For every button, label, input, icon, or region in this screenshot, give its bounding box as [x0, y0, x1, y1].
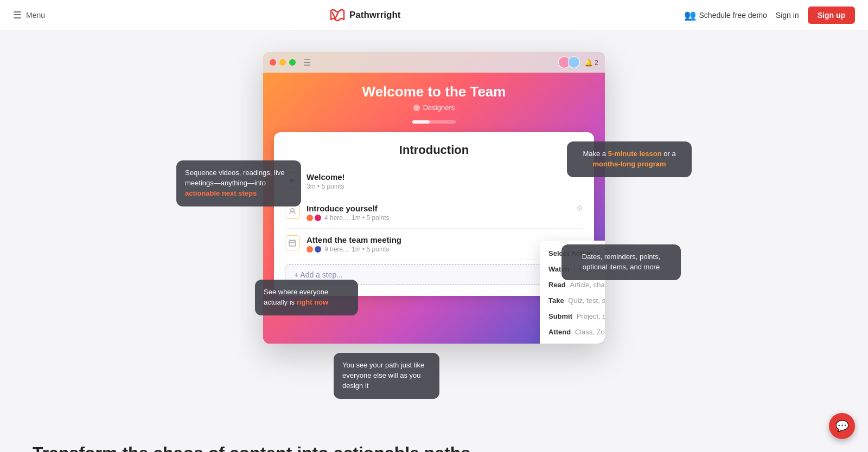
avatar-2: [568, 56, 580, 68]
logo[interactable]: Pathwrright: [327, 7, 403, 24]
step-avatar-orange: [307, 215, 313, 221]
dropdown-item-take[interactable]: Take Quiz, test, survey: [540, 293, 605, 308]
course-subtitle-text: Designers: [423, 104, 455, 112]
dot-red: [270, 59, 276, 66]
hero-section: Sequence videos, readings, live meetings…: [0, 30, 868, 421]
callout-seeyour-text: You see your path just like everyone els…: [342, 361, 424, 390]
step-avatar-attend-orange: [307, 246, 313, 253]
callout-seehere: See where everyone actually is right now: [255, 280, 358, 315]
notification-count: 2: [595, 59, 598, 67]
progress-bar: [412, 120, 456, 124]
callout-seeyour: You see your path just like everyone els…: [334, 353, 439, 399]
callout-5min: Make a 5-minute lesson or a months-long …: [567, 141, 692, 177]
progress-bar-area: [274, 120, 594, 124]
callout-seehere-accent: right now: [297, 298, 329, 306]
step-info-welcome: Welcome! 3m • 5 points: [307, 172, 583, 190]
add-step-label: + Add a step...: [294, 270, 343, 279]
demo-label: Schedule free demo: [699, 11, 767, 20]
step-title-introduce: Introduce yourself: [307, 204, 570, 213]
course-card: Introduction ▶ Welcome! 3m • 5 points: [274, 132, 594, 296]
step-icon-attend: [285, 235, 300, 250]
hamburger-icon: ☰: [13, 9, 22, 21]
dot-yellow: [279, 59, 286, 66]
step-avatars-count-attend: 9 here...: [324, 246, 348, 253]
subtitle-dot: [413, 105, 420, 111]
chat-button[interactable]: 💬: [829, 413, 855, 439]
callout-sequence: Sequence videos, readings, live meetings…: [176, 160, 301, 206]
step-avatar-pink: [315, 215, 321, 221]
step-avatar-attend-blue: [315, 246, 321, 253]
card-title: Introduction: [285, 143, 583, 157]
step-info-introduce: Introduce yourself 4 here... 1m • 5 poin…: [307, 204, 570, 222]
callout-dates-text: Dates, reminders, points, optional items…: [582, 253, 661, 271]
step-avatars-count-introduce: 4 here...: [324, 214, 348, 222]
course-subtitle: Designers: [274, 104, 594, 112]
callout-sequence-text: Sequence videos, readings, live meetings…: [185, 169, 285, 187]
callout-sequence-accent: actionable next steps: [185, 189, 257, 197]
menu-button[interactable]: ☰ Menu: [13, 9, 45, 21]
step-title-welcome: Welcome!: [307, 172, 583, 182]
callout-5min-accent1: 5-minute lesson: [608, 150, 662, 158]
titlebar-right: 🔔 2: [558, 56, 598, 68]
step-meta-introduce: 4 here... 1m • 5 points: [307, 214, 570, 222]
svg-text:Pathwrright: Pathwrright: [349, 10, 401, 20]
bell-area: 🔔 2: [584, 59, 598, 67]
course-title: Welcome to the Team: [274, 83, 594, 100]
callout-5min-accent2: months-long program: [592, 160, 666, 168]
signin-button[interactable]: Sign in: [776, 11, 799, 20]
step-item-attend[interactable]: Attend the team meeting 9 here... 1m • 5…: [285, 229, 583, 260]
dropdown-item-attend[interactable]: Attend Class, Zoom, group chat: [540, 324, 605, 340]
demo-button[interactable]: 👥 Schedule free demo: [684, 9, 767, 21]
avatar-group: [558, 56, 580, 68]
bottom-title: Transform the chaos of content into acti…: [33, 442, 835, 452]
logo-svg: Pathwrright: [327, 7, 403, 24]
navbar: ☰ Menu Pathwrright 👥 Schedule free demo …: [0, 0, 868, 30]
step-gear-introduce[interactable]: ⚙: [576, 204, 583, 212]
callout-dates: Dates, reminders, points, optional items…: [561, 244, 681, 280]
nav-right: 👥 Schedule free demo Sign in Sign up: [684, 7, 855, 24]
step-item-introduce[interactable]: Introduce yourself 4 here... 1m • 5 poin…: [285, 197, 583, 229]
bell-icon: 🔔: [584, 59, 593, 67]
dot-green: [289, 59, 296, 66]
dropdown-item-listen[interactable]: Listen Lecture, podcast: [540, 340, 605, 344]
progress-fill: [412, 120, 430, 124]
signup-button[interactable]: Sign up: [808, 7, 855, 24]
chat-icon: 💬: [835, 419, 849, 432]
svg-rect-7: [289, 241, 296, 246]
bottom-section: Transform the chaos of content into acti…: [0, 421, 868, 452]
browser-titlebar: ☰ 🔔 2: [263, 52, 605, 73]
menu-label: Menu: [26, 11, 45, 20]
titlebar-menu-icon: ☰: [303, 57, 311, 68]
step-item-welcome[interactable]: ▶ Welcome! 3m • 5 points: [285, 166, 583, 197]
dropdown-item-submit[interactable]: Submit Project, paper, journal: [540, 308, 605, 324]
step-meta-welcome: 3m • 5 points: [307, 183, 583, 190]
